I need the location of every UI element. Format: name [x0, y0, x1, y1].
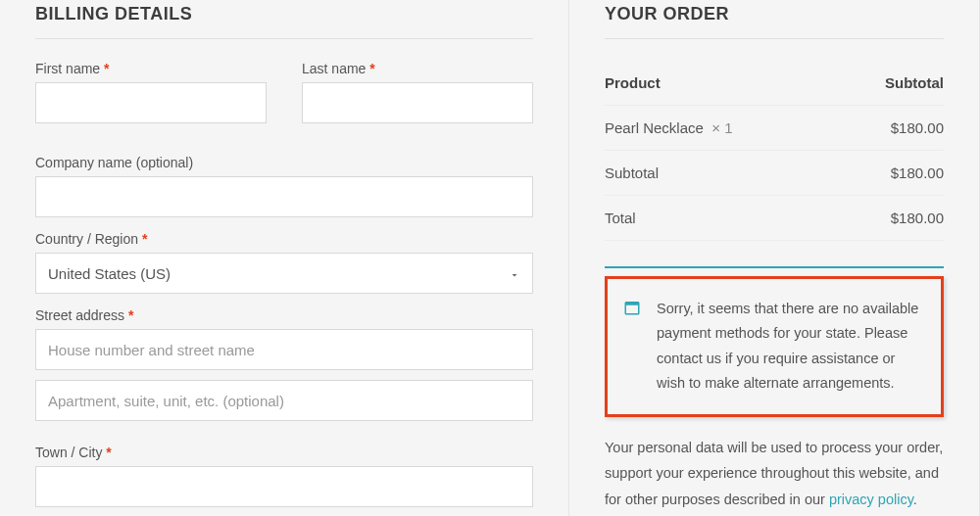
street-address-2-input[interactable]: [35, 380, 533, 421]
calendar-icon: [623, 299, 641, 397]
chevron-down-icon: [509, 267, 520, 279]
product-price: $180.00: [837, 106, 944, 151]
required-marker: *: [106, 445, 111, 460]
total-label: Total: [605, 196, 837, 241]
company-label: Company name (optional): [35, 155, 533, 170]
order-line-item: Pearl Necklace × 1 $180.00: [605, 106, 944, 151]
country-select[interactable]: United States (US): [35, 253, 533, 294]
subtotal-column-header: Subtotal: [837, 61, 944, 106]
town-label: Town / City *: [35, 445, 533, 460]
subtotal-value: $180.00: [837, 151, 944, 196]
required-marker: *: [104, 61, 109, 76]
your-order-section: YOUR ORDER Product Subtotal Pearl Neckla…: [568, 0, 980, 516]
subtotal-label: Subtotal: [605, 151, 837, 196]
privacy-text: Your personal data will be used to proce…: [605, 435, 944, 513]
required-marker: *: [142, 231, 147, 247]
svg-rect-1: [625, 303, 639, 305]
order-heading: YOUR ORDER: [605, 4, 944, 39]
country-value: United States (US): [48, 265, 171, 282]
order-summary-table: Product Subtotal Pearl Necklace × 1 $180…: [605, 61, 944, 241]
product-quantity: × 1: [711, 119, 732, 136]
billing-details-section: BILLING DETAILS First name * Last name *…: [0, 0, 568, 516]
first-name-input[interactable]: [35, 82, 267, 123]
street-label: Street address *: [35, 307, 533, 323]
required-marker: *: [128, 307, 133, 323]
payment-error-text: Sorry, it seems that there are no availa…: [657, 297, 925, 397]
divider: [605, 266, 944, 268]
payment-error-alert: Sorry, it seems that there are no availa…: [605, 276, 944, 417]
country-label: Country / Region *: [35, 231, 533, 247]
last-name-input[interactable]: [302, 82, 533, 123]
street-address-1-input[interactable]: [35, 329, 533, 370]
required-marker: *: [369, 61, 374, 76]
order-total-row: Total $180.00: [605, 196, 944, 241]
company-input[interactable]: [35, 176, 533, 217]
order-subtotal-row: Subtotal $180.00: [605, 151, 944, 196]
first-name-label: First name *: [35, 61, 267, 76]
town-input[interactable]: [35, 466, 533, 507]
privacy-policy-link[interactable]: privacy policy: [829, 492, 913, 507]
total-value: $180.00: [837, 196, 944, 241]
billing-heading: BILLING DETAILS: [35, 4, 533, 39]
last-name-label: Last name *: [302, 61, 533, 76]
product-column-header: Product: [605, 61, 837, 106]
product-name: Pearl Necklace: [605, 119, 704, 136]
